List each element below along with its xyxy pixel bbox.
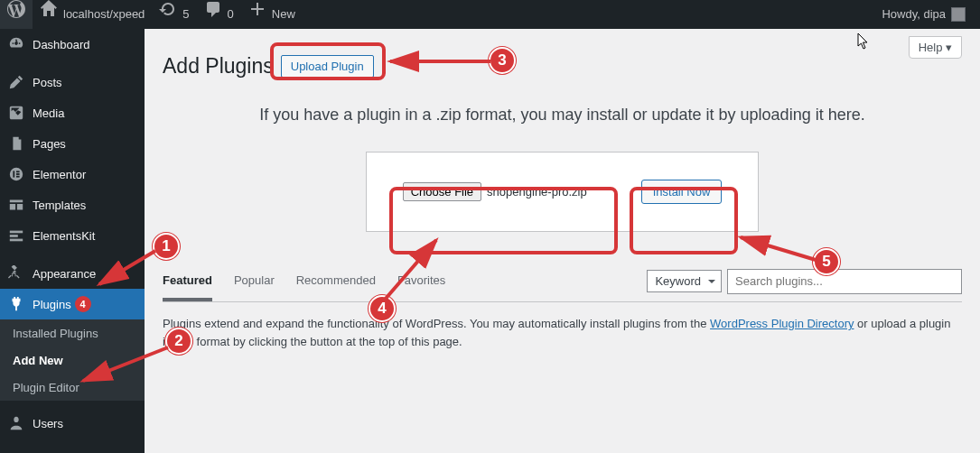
updates-count: 5 bbox=[182, 0, 189, 29]
svg-rect-1 bbox=[13, 171, 14, 177]
upload-form: Choose File shopengine-pro.zip Install N… bbox=[366, 152, 760, 232]
sidebar-appearance-label: Appearance bbox=[33, 267, 96, 281]
sidebar-item-dashboard[interactable]: Dashboard bbox=[0, 29, 145, 60]
users-icon bbox=[7, 414, 25, 432]
avatar bbox=[951, 7, 966, 22]
plugins-icon bbox=[7, 295, 25, 313]
tab-favorites[interactable]: Favorites bbox=[397, 268, 445, 301]
svg-rect-2 bbox=[16, 171, 20, 172]
sidebar-item-pages[interactable]: Pages bbox=[0, 128, 145, 159]
sidebar-item-users[interactable]: Users bbox=[0, 408, 145, 439]
plugin-tabs: Featured Popular Recommended Favorites bbox=[163, 268, 445, 301]
appearance-icon bbox=[7, 264, 25, 282]
search-type-select[interactable]: Keyword bbox=[647, 270, 722, 292]
update-icon bbox=[159, 0, 177, 29]
tab-recommended[interactable]: Recommended bbox=[296, 268, 376, 301]
wp-logo-menu[interactable] bbox=[0, 0, 33, 29]
admin-sidebar: Dashboard Posts Media Pages Elementor Te… bbox=[0, 29, 145, 453]
posts-icon bbox=[7, 73, 25, 91]
desc-before: Plugins extend and expand the functional… bbox=[163, 317, 710, 330]
upload-description: If you have a plugin in a .zip format, y… bbox=[163, 106, 962, 125]
sidebar-elementor-label: Elementor bbox=[33, 168, 86, 181]
elementskit-icon bbox=[7, 226, 25, 245]
choose-file-button[interactable]: Choose File bbox=[403, 182, 481, 201]
elementor-icon bbox=[7, 165, 25, 183]
howdy-text: Howdy, dipa bbox=[882, 0, 946, 29]
wordpress-icon bbox=[7, 0, 25, 29]
pages-icon bbox=[7, 134, 25, 153]
main-content: Help ▾ Add Plugins Upload Plugin If you … bbox=[145, 29, 980, 453]
sidebar-elementskit-label: ElementsKit bbox=[33, 229, 95, 243]
mouse-cursor-icon bbox=[857, 32, 872, 54]
plugin-directory-link[interactable]: WordPress Plugin Directory bbox=[710, 317, 854, 330]
comments-icon bbox=[204, 0, 222, 29]
comments-count: 0 bbox=[228, 0, 234, 29]
site-home-link[interactable]: localhost/xpeed bbox=[33, 0, 152, 29]
svg-rect-3 bbox=[16, 173, 20, 175]
submenu-plugin-editor[interactable]: Plugin Editor bbox=[0, 374, 145, 401]
updates-link[interactable]: 5 bbox=[152, 0, 196, 29]
sidebar-item-appearance[interactable]: Appearance bbox=[0, 258, 145, 289]
file-input-group: Choose File shopengine-pro.zip bbox=[403, 182, 587, 201]
tab-popular[interactable]: Popular bbox=[234, 268, 275, 301]
sidebar-media-label: Media bbox=[33, 106, 64, 120]
admin-topbar-left: localhost/xpeed 5 0 New bbox=[0, 0, 303, 29]
sidebar-item-posts[interactable]: Posts bbox=[0, 67, 145, 97]
home-icon bbox=[40, 0, 58, 29]
svg-rect-4 bbox=[16, 176, 20, 178]
sidebar-dashboard-label: Dashboard bbox=[33, 38, 90, 51]
plugins-update-badge: 4 bbox=[75, 296, 91, 312]
new-label: New bbox=[272, 0, 295, 29]
page-title-row: Add Plugins Upload Plugin bbox=[163, 54, 962, 79]
plugins-description: Plugins extend and expand the functional… bbox=[163, 315, 962, 350]
chosen-file-name: shopengine-pro.zip bbox=[487, 185, 587, 199]
upload-plugin-button[interactable]: Upload Plugin bbox=[281, 55, 374, 78]
dashboard-icon bbox=[7, 35, 25, 53]
sidebar-templates-label: Templates bbox=[33, 199, 86, 212]
help-tab-button[interactable]: Help ▾ bbox=[909, 36, 962, 59]
plugins-submenu: Installed Plugins Add New Plugin Editor bbox=[0, 319, 145, 401]
admin-topbar: localhost/xpeed 5 0 New Howdy, dipa bbox=[0, 0, 980, 29]
svg-rect-6 bbox=[10, 235, 18, 237]
svg-rect-5 bbox=[10, 231, 23, 234]
sidebar-plugins-label: Plugins bbox=[33, 298, 71, 311]
search-plugins-input[interactable] bbox=[727, 269, 962, 294]
sidebar-item-templates[interactable]: Templates bbox=[0, 190, 145, 220]
sidebar-item-elementor[interactable]: Elementor bbox=[0, 159, 145, 190]
admin-topbar-right: Howdy, dipa bbox=[869, 0, 973, 29]
media-icon bbox=[7, 104, 25, 122]
submenu-add-new[interactable]: Add New bbox=[0, 347, 145, 374]
submenu-installed-plugins[interactable]: Installed Plugins bbox=[0, 319, 145, 347]
sidebar-pages-label: Pages bbox=[33, 137, 66, 151]
svg-rect-7 bbox=[10, 239, 23, 242]
install-now-button[interactable]: Install Now bbox=[641, 180, 723, 204]
filter-row: Featured Popular Recommended Favorites K… bbox=[163, 268, 962, 302]
tab-featured[interactable]: Featured bbox=[163, 268, 212, 301]
page-title: Add Plugins bbox=[163, 54, 274, 79]
upload-form-wrap: Choose File shopengine-pro.zip Install N… bbox=[163, 152, 962, 232]
search-group: Keyword bbox=[647, 269, 962, 301]
new-content-link[interactable]: New bbox=[241, 0, 303, 29]
sidebar-item-plugins[interactable]: Plugins 4 bbox=[0, 289, 145, 319]
sidebar-item-elementskit[interactable]: ElementsKit bbox=[0, 220, 145, 251]
site-name-text: localhost/xpeed bbox=[63, 0, 145, 29]
sidebar-users-label: Users bbox=[33, 417, 63, 430]
templates-icon bbox=[7, 196, 25, 214]
sidebar-item-media[interactable]: Media bbox=[0, 97, 145, 128]
comments-link[interactable]: 0 bbox=[197, 0, 241, 29]
sidebar-posts-label: Posts bbox=[33, 76, 62, 89]
my-account-link[interactable]: Howdy, dipa bbox=[869, 0, 973, 29]
plus-icon bbox=[248, 0, 266, 29]
